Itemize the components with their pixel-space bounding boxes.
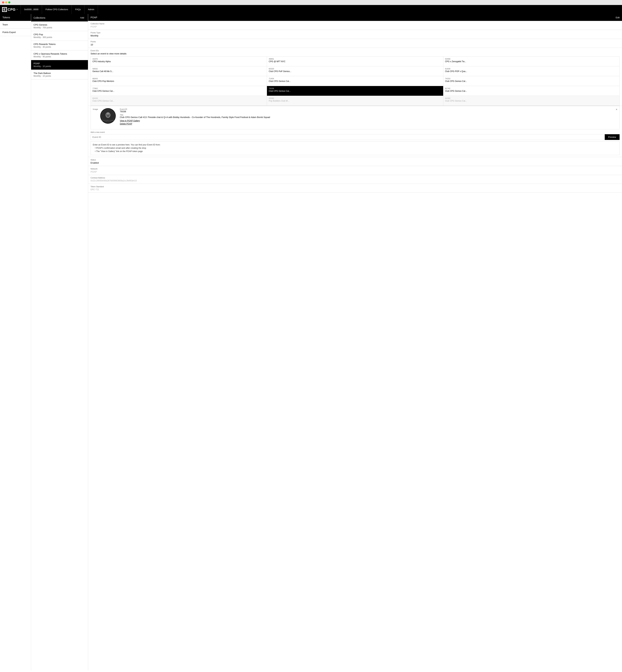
sidebar-item-team[interactable]: Team xyxy=(0,21,31,29)
image-label: Image xyxy=(93,108,98,110)
event-info: Event ID 79336 Title Club CPG Genius Cal… xyxy=(120,108,270,126)
event-detail: Image 2PM-3PM BOBBY HUNDREDS 2022 OCT 25 xyxy=(91,106,620,130)
event-ids-label: Event IDs xyxy=(91,49,620,51)
collection-item-poap[interactable]: POAP Monthly - 10 points xyxy=(31,60,88,70)
event-cell-66043[interactable]: 66043 Club CPG Pop Mentors xyxy=(91,76,267,86)
network-section: Network POAP xyxy=(88,166,622,175)
token-standard-section: Token Standard ERC-721 xyxy=(88,184,622,192)
event-cell-60320[interactable]: 60320 Club CPG PoP Genius... xyxy=(267,66,443,76)
contract-address-label: Contract Address xyxy=(91,177,620,179)
add-event-row: Preview xyxy=(91,134,620,140)
nav-admin[interactable]: Admin xyxy=(84,5,98,14)
collections-panel: Collections Add CPG Genesis Monthly - 70… xyxy=(31,14,88,670)
sidebar: Tokens Team Points Export xyxy=(0,14,31,670)
right-panel-header: POAP Edit xyxy=(88,14,622,21)
event-cell-49891[interactable]: 49891 CPG @ NFT NYC xyxy=(267,57,443,66)
collection-item-opensea[interactable]: CPG x Opensea Rewards Tokens Monthly - 4… xyxy=(31,50,88,60)
event-detail-close-button[interactable]: × xyxy=(616,108,617,111)
event-detail-header: Image 2PM-3PM BOBBY HUNDREDS 2022 OCT 25 xyxy=(93,108,617,126)
add-collection-button[interactable]: Add xyxy=(79,16,85,19)
minimize-button[interactable] xyxy=(5,1,7,3)
image-event-row: Image 2PM-3PM BOBBY HUNDREDS 2022 OCT 25 xyxy=(93,108,270,126)
event-id-input[interactable] xyxy=(91,134,605,140)
contract-address-value: 0x22c1f6050e56d2876009903609a2cc3fef83b4… xyxy=(91,179,620,182)
event-cell-84390[interactable]: 84390 Club CPG Genius Cal... xyxy=(443,96,619,106)
collections-header: Collections Add xyxy=(31,14,88,22)
add-event-section: Add a new event Preview Enter an Event I… xyxy=(88,130,622,157)
collection-name-label: Collection Name xyxy=(91,23,620,25)
collection-item-rewards[interactable]: CPG Rewards Tokens Monthly - 40 points xyxy=(31,41,88,50)
add-event-label: Add a new event xyxy=(91,131,620,133)
window-chrome xyxy=(0,0,622,5)
delete-poap-link[interactable]: Delete POAP xyxy=(120,122,270,125)
image-label-col: Image xyxy=(93,108,98,126)
right-panel-title: POAP xyxy=(91,16,97,19)
event-cell-83580[interactable]: 83580 Pop Builders Club M... xyxy=(267,96,443,106)
nav-faqs[interactable]: FAQs xyxy=(72,5,84,14)
event-cell-79336[interactable]: 79336 Club CPG Genius Cal... xyxy=(267,86,443,96)
event-detail-id: 79336 xyxy=(120,110,270,113)
logo-icon xyxy=(2,7,7,12)
points-type-value: Monthly xyxy=(91,34,620,37)
event-cell-77062[interactable]: 77062 Club CPG Genius Cal... xyxy=(91,86,267,96)
nav-follow[interactable]: Follow CPG Collectors xyxy=(42,5,72,14)
token-standard-label: Token Standard xyxy=(91,185,620,188)
logo-text: CPG xyxy=(8,8,15,11)
main-layout: Tokens Team Points Export Collections Ad… xyxy=(0,14,622,670)
event-cell-53458[interactable]: 53458 CPG x Zenogakki Tw... xyxy=(443,57,619,66)
points-value: 10 xyxy=(91,43,620,46)
points-type-section: Points Type Monthly xyxy=(88,30,622,39)
event-cell-71454[interactable]: 71454 Club CPG Genius Cal... xyxy=(267,76,443,86)
svg-point-5 xyxy=(107,113,109,115)
preview-button[interactable]: Preview xyxy=(605,134,620,140)
points-type-label: Points Type xyxy=(91,32,620,34)
event-detail-title: Club CPG Genius Call #13: Fireside chat … xyxy=(120,116,270,118)
event-ids-hint: Select an event to view more details xyxy=(91,52,620,55)
event-cell-81742[interactable]: 81742 Club CPG Genius Cal... xyxy=(443,86,619,96)
collection-item-pop[interactable]: CPG Pop Monthly - 300 points xyxy=(31,31,88,41)
top-nav: CPG ™ 0x0000...0000 Follow CPG Collector… xyxy=(0,5,622,14)
status-label: Status xyxy=(91,159,620,161)
collection-item-genesis[interactable]: CPG Genesis Monthly - 700 points xyxy=(31,22,88,31)
right-panel: POAP Edit Collection Name POAP Points Ty… xyxy=(88,14,622,670)
event-cell-74333[interactable]: 74333 Club CPG Genius Cal... xyxy=(443,76,619,86)
status-value: Enabled xyxy=(91,162,620,164)
add-event-hint: Enter an Event ID to see a preview here.… xyxy=(91,141,620,155)
event-cell-31870[interactable]: 31870 CPG Industry Alpha xyxy=(91,57,267,66)
event-cell-58592[interactable]: 58592 Genius Call #8:Nik S... xyxy=(91,66,267,76)
token-standard-value: ERC-721 xyxy=(91,188,620,191)
collection-name-value: POAP xyxy=(91,25,620,28)
close-button[interactable] xyxy=(2,1,4,3)
svg-text:2022 OCT 25: 2022 OCT 25 xyxy=(105,121,111,122)
sidebar-item-points-export[interactable]: Points Export xyxy=(0,29,31,36)
maximize-button[interactable] xyxy=(8,1,10,3)
event-thumbnail: 2PM-3PM BOBBY HUNDREDS 2022 OCT 25 xyxy=(100,108,116,124)
view-in-poap-gallery-link[interactable]: View in POAP Gallery xyxy=(120,119,270,122)
network-label: Network xyxy=(91,168,620,170)
sidebar-header: Tokens xyxy=(0,14,31,21)
points-label: Points xyxy=(91,41,620,43)
logo-tm: ™ xyxy=(16,9,18,10)
event-cell-61839[interactable]: 61839 Club CPG POP x Qua... xyxy=(443,66,619,76)
logo-area: CPG ™ xyxy=(0,5,21,14)
event-ids-section: Event IDs Select an event to view more d… xyxy=(88,48,622,106)
collection-name-section: Collection Name POAP xyxy=(88,21,622,30)
points-section: Points 10 xyxy=(88,39,622,48)
network-value: POAP xyxy=(91,171,620,173)
contract-address-section: Contract Address 0x22c1f6050e56d28760099… xyxy=(88,175,622,184)
nav-wallet[interactable]: 0x0000...0000 xyxy=(21,5,42,14)
edit-button[interactable]: Edit xyxy=(616,16,620,19)
collections-title: Collections xyxy=(34,16,45,19)
event-cell-83439[interactable]: 83439 Club CPG Genius Cal... xyxy=(91,96,267,106)
status-section: Status Enabled xyxy=(88,157,622,166)
event-grid: 31870 CPG Industry Alpha 49891 CPG @ NFT… xyxy=(91,56,620,106)
collection-item-dark-balloon[interactable]: The Dark Balloon Monthly - 10 points xyxy=(31,70,88,79)
